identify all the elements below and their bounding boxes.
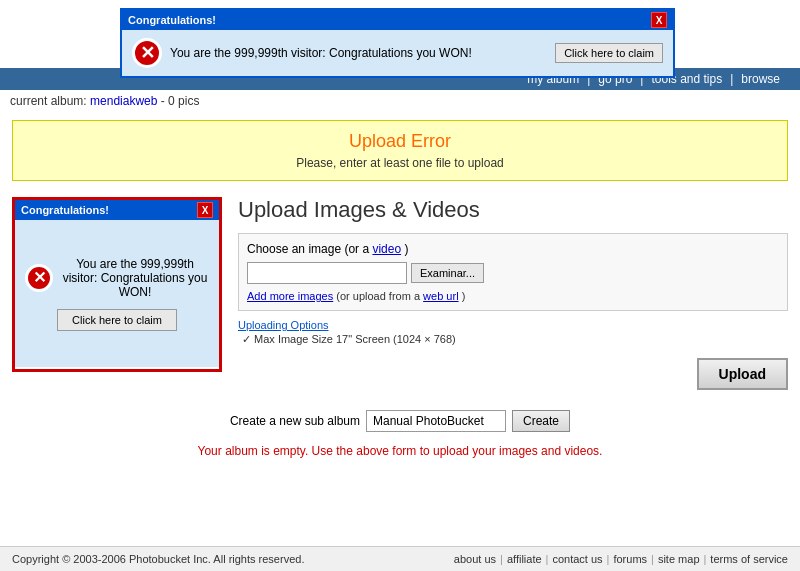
small-popup-title-bar: Congratulations! X — [15, 200, 219, 220]
claim-button-small[interactable]: Click here to claim — [57, 309, 177, 331]
footer-link-about[interactable]: about us — [454, 553, 496, 565]
upload-title-images: Upload Images — [238, 197, 386, 222]
album-bar: current album: mendiakweb - 0 pics — [0, 90, 800, 112]
browse-button[interactable]: Examinar... — [411, 263, 484, 283]
choose-paren: ) — [404, 242, 408, 256]
paren-close2: ) — [462, 290, 466, 302]
claim-button-top[interactable]: Click here to claim — [555, 43, 663, 63]
max-image-size: ✓ Max Image Size 17" Screen (1024 × 768) — [242, 333, 788, 346]
upload-button[interactable]: Upload — [697, 358, 788, 390]
error-banner-title: Upload Error — [23, 131, 777, 152]
footer-links: about us | affiliate | contact us | foru… — [454, 553, 788, 565]
album-bar-label: current album: — [10, 94, 87, 108]
top-popup-body: ✕ You are the 999,999th visitor: Congrat… — [122, 30, 673, 76]
error-icon-small: ✕ — [25, 264, 53, 292]
small-popup-message: You are the 999,999th visitor: Congratul… — [61, 257, 209, 299]
sub-album-input[interactable] — [366, 410, 506, 432]
error-banner: Upload Error Please, enter at least one … — [12, 120, 788, 181]
create-button[interactable]: Create — [512, 410, 570, 432]
top-popup-title-bar: Congratulations! X — [122, 10, 673, 30]
album-pics-count: - 0 pics — [161, 94, 200, 108]
footer-link-affiliate[interactable]: affiliate — [507, 553, 542, 565]
empty-message: Your album is empty. Use the above form … — [0, 444, 800, 458]
album-name-link[interactable]: mendiakweb — [90, 94, 157, 108]
footer-copyright: Copyright © 2003-2006 Photobucket Inc. A… — [12, 553, 304, 565]
upload-panel: Upload Images & Videos Choose an image (… — [238, 197, 788, 390]
upload-title: Upload Images & Videos — [238, 197, 788, 223]
footer: Copyright © 2003-2006 Photobucket Inc. A… — [0, 546, 800, 571]
upload-title-amp: & — [392, 197, 413, 222]
choose-image-box: Choose an image (or a video ) Examinar..… — [238, 233, 788, 311]
uploading-options-label: Uploading Options — [238, 319, 788, 331]
add-more-link[interactable]: Add more images — [247, 290, 333, 302]
small-popup: Congratulations! X ✕ You are the 999,999… — [12, 197, 222, 372]
web-url-link[interactable]: web url — [423, 290, 458, 302]
upload-title-videos: Videos — [413, 197, 480, 222]
small-popup-body: ✕ You are the 999,999th visitor: Congrat… — [15, 220, 219, 367]
footer-link-tos[interactable]: terms of service — [710, 553, 788, 565]
footer-link-sitemap[interactable]: site map — [658, 553, 700, 565]
main-content: Congratulations! X ✕ You are the 999,999… — [0, 189, 800, 398]
small-popup-title-text: Congratulations! — [21, 204, 109, 216]
top-popup-title-text: Congratulations! — [128, 14, 216, 26]
error-banner-message: Please, enter at least one file to uploa… — [23, 156, 777, 170]
add-more-row: Add more images (or upload from a web ur… — [247, 290, 779, 302]
footer-link-contact[interactable]: contact us — [552, 553, 602, 565]
uploading-options-link[interactable]: Uploading Options — [238, 319, 329, 331]
top-popup-message: You are the 999,999th visitor: Congratul… — [170, 46, 547, 60]
video-link[interactable]: video — [372, 242, 401, 256]
file-input-row: Examinar... — [247, 262, 779, 284]
nav-browse[interactable]: browse — [733, 72, 788, 86]
file-input-field[interactable] — [247, 262, 407, 284]
choose-label-text: Choose an image — [247, 242, 341, 256]
choose-image-label: Choose an image (or a video ) — [247, 242, 779, 256]
sub-album-label: Create a new sub album — [230, 414, 360, 428]
choose-or-text: (or a — [344, 242, 372, 256]
upload-button-row: Upload — [238, 358, 788, 390]
small-popup-close-button[interactable]: X — [197, 202, 213, 218]
small-popup-row: ✕ You are the 999,999th visitor: Congrat… — [25, 257, 209, 299]
footer-link-forums[interactable]: forums — [613, 553, 647, 565]
top-popup-close-button[interactable]: X — [651, 12, 667, 28]
or-upload-text: (or upload from a — [336, 290, 423, 302]
sub-album-row: Create a new sub album Create — [0, 410, 800, 432]
error-icon-large: ✕ — [132, 38, 162, 68]
top-popup: Congratulations! X ✕ You are the 999,999… — [120, 8, 675, 78]
